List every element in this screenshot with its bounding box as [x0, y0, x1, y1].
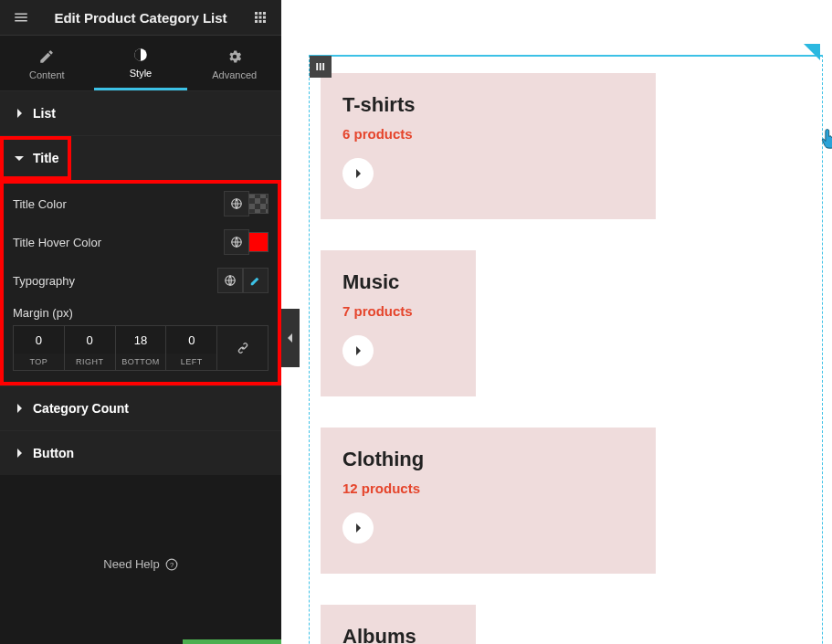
section-label: Button: [33, 446, 74, 460]
globe-icon[interactable]: [224, 229, 249, 255]
panel-title: Edit Product Category List: [54, 10, 226, 26]
category-card[interactable]: Clothing 12 products: [321, 428, 656, 574]
category-count: 6 products: [342, 126, 634, 142]
section-title-body: Title Color Title Hover Color: [0, 180, 281, 385]
section-category-count: Category Count: [0, 385, 281, 430]
category-title: T-shirts: [342, 93, 634, 117]
margin-top-input[interactable]: 0: [14, 326, 64, 354]
color-swatch[interactable]: [248, 232, 269, 252]
edit-icon[interactable]: [243, 268, 269, 293]
editor-sidebar: Edit Product Category List Content Style…: [0, 0, 281, 644]
chevron-down-icon: [15, 153, 24, 163]
widget-outline[interactable]: T-shirts 6 products Music 7 products Clo…: [309, 55, 823, 644]
margin-bottom-input[interactable]: 18: [116, 326, 166, 354]
accordion: List Title Title Color: [0, 90, 281, 475]
section-label: Title: [33, 151, 59, 165]
typography-control: Typography: [13, 268, 269, 293]
globe-icon[interactable]: [224, 191, 249, 216]
section-label: List: [33, 106, 56, 121]
category-count: 7 products: [342, 303, 454, 319]
tabs: Content Style Advanced: [0, 36, 281, 90]
svg-text:?: ?: [170, 560, 174, 568]
help-icon: ?: [165, 558, 178, 571]
section-list: List: [0, 90, 281, 135]
category-title: Albums: [342, 625, 454, 644]
control-label: Title Hover Color: [13, 236, 101, 249]
control-label: Typography: [13, 274, 75, 288]
title-hover-color-control: Title Hover Color: [13, 229, 269, 255]
cursor-pointer-icon: [820, 128, 832, 153]
section-title: Title Title Color Title Hover Color: [0, 135, 281, 385]
chevron-right-icon: [15, 109, 24, 118]
margin-inputs: 0 TOP 0 RIGHT 18 BOTTOM 0: [13, 325, 269, 371]
margin-left-input[interactable]: 0: [166, 326, 216, 354]
section-category-count-header[interactable]: Category Count: [0, 386, 281, 430]
help-link[interactable]: Need Help ?: [0, 557, 281, 571]
arrow-button[interactable]: [342, 335, 374, 366]
tab-advanced[interactable]: Advanced: [187, 36, 281, 90]
category-grid: T-shirts 6 products Music 7 products Clo…: [321, 73, 811, 644]
menu-icon[interactable]: [13, 9, 29, 26]
tab-label: Advanced: [212, 69, 257, 80]
section-list-header[interactable]: List: [0, 91, 281, 135]
link-values-icon[interactable]: [217, 326, 268, 370]
chevron-right-icon: [15, 404, 24, 413]
chevron-right-icon: [15, 449, 24, 458]
section-button-header[interactable]: Button: [0, 431, 281, 475]
tab-label: Style: [130, 68, 152, 79]
arrow-button[interactable]: [342, 158, 374, 189]
category-card[interactable]: T-shirts 6 products: [321, 73, 656, 219]
category-card[interactable]: Music 7 products: [321, 250, 476, 396]
edit-widget-icon[interactable]: [310, 56, 332, 78]
category-card[interactable]: Albums 4 products: [321, 605, 476, 644]
color-swatch[interactable]: [248, 194, 269, 214]
collapse-panel-button[interactable]: [281, 309, 300, 367]
margin-right-input[interactable]: 0: [65, 326, 115, 354]
plus-icon[interactable]: [804, 44, 822, 62]
section-title-header[interactable]: Title: [0, 136, 281, 180]
category-count: 12 products: [342, 480, 634, 496]
margin-control: Margin (px) 0 TOP 0 RIGHT 18 BOTTOM: [13, 306, 269, 371]
globe-icon[interactable]: [217, 268, 243, 293]
apps-icon[interactable]: [252, 9, 269, 26]
category-title: Clothing: [342, 448, 634, 471]
title-color-control: Title Color: [13, 191, 269, 216]
section-label: Category Count: [33, 401, 129, 416]
section-button: Button: [0, 430, 281, 475]
tab-content[interactable]: Content: [0, 36, 94, 90]
panel-header: Edit Product Category List: [0, 0, 281, 36]
preview-canvas: T-shirts 6 products Music 7 products Clo…: [281, 0, 832, 644]
control-label: Title Color: [13, 197, 67, 211]
tab-style[interactable]: Style: [94, 36, 188, 90]
control-label: Margin (px): [13, 306, 269, 320]
category-title: Music: [342, 270, 454, 294]
arrow-button[interactable]: [342, 512, 374, 544]
tab-label: Content: [29, 69, 65, 80]
